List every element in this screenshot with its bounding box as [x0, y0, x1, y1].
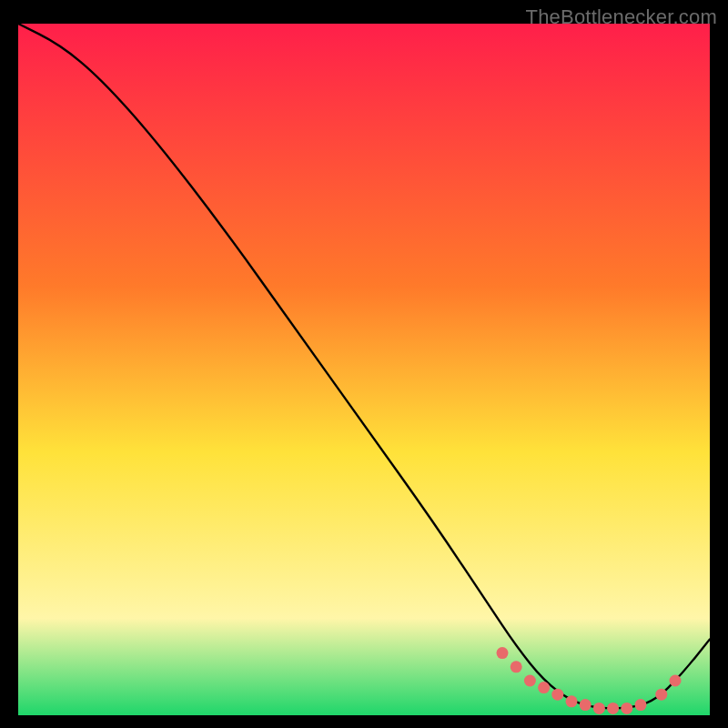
marker-dot: [670, 675, 682, 687]
gradient-background: [18, 24, 710, 715]
marker-dot: [497, 647, 509, 659]
marker-dot: [551, 689, 563, 701]
marker-dot: [635, 699, 647, 711]
plot-area: [18, 24, 710, 715]
marker-dot: [566, 695, 578, 707]
plot-svg: [18, 24, 710, 715]
marker-dot: [607, 703, 619, 714]
marker-dot: [621, 703, 632, 714]
marker-dot: [524, 675, 536, 687]
watermark-text: TheBottlenecker.com: [526, 5, 717, 29]
marker-dot: [538, 682, 550, 693]
marker-dot: [511, 661, 522, 672]
marker-dot: [655, 689, 667, 701]
marker-dot: [580, 699, 592, 711]
marker-dot: [593, 703, 605, 714]
chart-frame: TheBottlenecker.com: [0, 0, 728, 728]
